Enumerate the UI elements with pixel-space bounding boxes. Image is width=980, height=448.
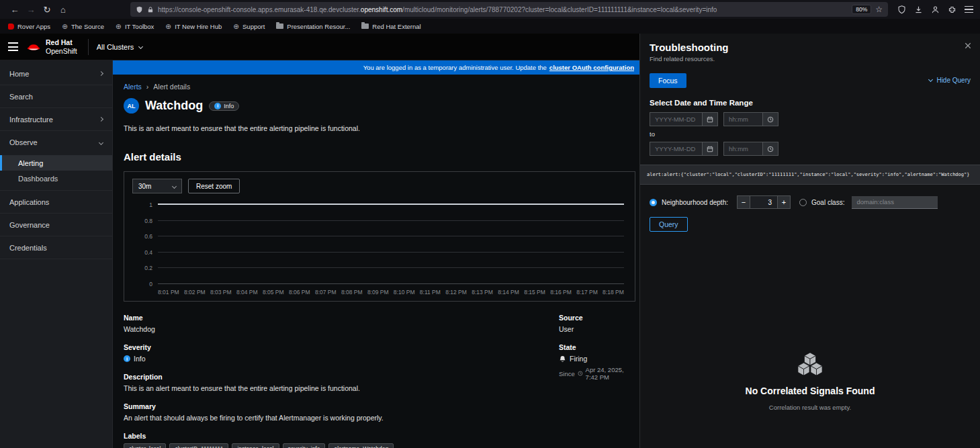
calendar-icon[interactable] — [702, 112, 718, 126]
nav-toggle-icon[interactable] — [8, 42, 18, 51]
x-tick-label: 8:03 PM — [210, 289, 232, 296]
label-chip: cluster=local — [124, 443, 166, 448]
reload-icon[interactable]: ↻ — [39, 2, 55, 17]
sidebar-item-search[interactable]: Search — [0, 85, 112, 108]
chevron-right-icon — [99, 117, 103, 122]
focus-button[interactable]: Focus — [650, 73, 686, 88]
sidebar-item-observe[interactable]: Observe — [0, 131, 112, 154]
start-date-input[interactable] — [650, 112, 702, 126]
chevron-down-icon — [928, 77, 933, 82]
panel-subtitle: Find related resources. — [650, 55, 971, 62]
x-tick-label: 8:09 PM — [367, 289, 389, 296]
empty-state-subtitle: Correlation result was empty. — [769, 404, 851, 411]
alert-intro-text: This is an alert meant to ensure that th… — [124, 124, 635, 132]
sidebar-item-alerting[interactable]: Alerting — [0, 155, 112, 171]
url-domain: openshift.com — [361, 6, 402, 13]
to-label: to — [650, 130, 971, 138]
goal-class-label: Goal class: — [811, 199, 844, 206]
field-labels: Labels cluster=localclusterID=11111111in… — [124, 432, 559, 448]
x-tick-label: 8:13 PM — [472, 289, 493, 296]
reset-zoom-button[interactable]: Reset zoom — [188, 179, 240, 193]
extensions-icon[interactable] — [948, 5, 956, 14]
field-source: Source User — [559, 314, 635, 333]
globe-icon: ⊕ — [62, 23, 68, 30]
x-tick-label: 8:12 PM — [445, 289, 467, 296]
title-row: AL Watchdog i Info — [124, 98, 635, 114]
end-date-input[interactable] — [650, 142, 702, 156]
bookmark-support[interactable]: ⊕Support — [233, 23, 265, 30]
breadcrumb-current: Alert details — [153, 83, 190, 91]
bookmark-star-icon[interactable]: ☆ — [875, 5, 883, 14]
openshift-console: Red Hat OpenShift All Clusters Home — [0, 34, 980, 448]
goal-class-radio[interactable] — [799, 199, 807, 206]
bookmark-it-toolbox[interactable]: ⊕IT Toolbox — [116, 23, 154, 30]
home-icon[interactable]: ⌂ — [55, 2, 71, 17]
query-expression[interactable]: alert:alert:{"cluster":"local","clusterI… — [640, 165, 980, 185]
shield-icon[interactable] — [136, 6, 143, 13]
chevron-down-icon — [99, 140, 103, 144]
goal-class-input[interactable] — [852, 196, 938, 209]
account-icon[interactable] — [931, 5, 940, 14]
x-tick-label: 8:08 PM — [341, 289, 363, 296]
clock-icon[interactable] — [762, 142, 778, 156]
oauth-configuration-link[interactable]: cluster OAuth configuration — [549, 64, 634, 71]
end-time-input[interactable] — [723, 142, 762, 156]
bookmark-it-new-hire-hub[interactable]: ⊕IT New Hire Hub — [165, 23, 222, 30]
downloads-icon[interactable] — [914, 5, 923, 14]
globe-icon: ⊕ — [233, 23, 239, 30]
neighbourhood-depth-radio[interactable] — [650, 199, 657, 206]
sidebar-item-infrastructure[interactable]: Infrastructure — [0, 108, 112, 131]
field-summary: Summary An alert that should always be f… — [124, 402, 559, 422]
panel-controls: Focus Hide Query Select Date and Time Ra… — [640, 65, 980, 156]
close-icon[interactable] — [964, 42, 972, 50]
bookmark-the-source[interactable]: ⊕The Source — [62, 23, 104, 30]
troubleshooting-panel: Troubleshooting Find related resources. … — [639, 34, 980, 448]
lock-icon[interactable] — [147, 6, 154, 13]
calendar-icon[interactable] — [702, 142, 718, 156]
forward-icon[interactable]: → — [23, 2, 39, 17]
cubes-icon — [795, 351, 826, 377]
section-title: Alert details — [124, 151, 635, 163]
bookmark-red-hat-external[interactable]: Red Hat External — [361, 23, 420, 30]
sidebar-item-applications[interactable]: Applications — [0, 191, 112, 214]
decrement-button[interactable]: − — [737, 195, 750, 209]
protection-shield-icon[interactable] — [897, 5, 906, 14]
info-icon: i — [214, 103, 221, 109]
brand-line-1: Red Hat — [46, 38, 77, 47]
sidebar-item-credentials[interactable]: Credentials — [0, 236, 112, 259]
folder-icon — [276, 24, 283, 29]
query-button[interactable]: Query — [650, 217, 688, 232]
increment-button[interactable]: + — [777, 195, 791, 209]
sidebar-item-dashboards[interactable]: Dashboards — [0, 171, 112, 186]
label-chip: instance=local — [232, 443, 279, 448]
zoom-badge[interactable]: 80% — [852, 5, 871, 14]
hide-query-toggle[interactable]: Hide Query — [929, 77, 971, 84]
start-time-input[interactable] — [723, 112, 762, 126]
masthead: Red Hat OpenShift All Clusters — [0, 34, 639, 60]
url-prefix: https://console-openshift-console.apps.e… — [158, 6, 361, 13]
brand-line-2: OpenShift — [46, 47, 77, 56]
y-tick-label: 0 — [131, 281, 152, 287]
console-body: Home Search Infrastructure Observe Alert… — [0, 60, 639, 448]
x-tick-label: 8:16 PM — [550, 289, 572, 296]
url-bar[interactable]: https://console-openshift-console.apps.e… — [130, 2, 888, 17]
bookmark-presentation-resources[interactable]: Presentation Resour... — [276, 23, 350, 30]
time-range-select[interactable]: 30m — [132, 179, 182, 193]
cluster-selector[interactable]: All Clusters — [97, 43, 143, 51]
sidebar-item-home[interactable]: Home — [0, 62, 112, 85]
bell-icon — [559, 355, 566, 363]
back-icon[interactable]: ← — [7, 2, 23, 17]
bookmark-rover-apps[interactable]: Rover Apps — [8, 23, 50, 30]
start-datetime-row — [650, 112, 971, 126]
breadcrumb-alerts-link[interactable]: Alerts — [124, 83, 142, 91]
browser-toolbar: ← → ↻ ⌂ https://console-openshift-consol… — [0, 0, 980, 19]
app-menu-icon[interactable] — [965, 6, 973, 13]
clock-icon[interactable] — [762, 112, 778, 126]
alert-details-grid: Name Watchdog Severity i Info — [124, 314, 635, 448]
depth-value[interactable]: 3 — [750, 195, 777, 209]
field-description: Description This is an alert meant to en… — [124, 373, 559, 392]
folder-icon — [361, 24, 369, 29]
end-datetime-row — [650, 142, 971, 156]
y-tick-label: 0.2 — [131, 265, 152, 271]
sidebar-item-governance[interactable]: Governance — [0, 214, 112, 236]
